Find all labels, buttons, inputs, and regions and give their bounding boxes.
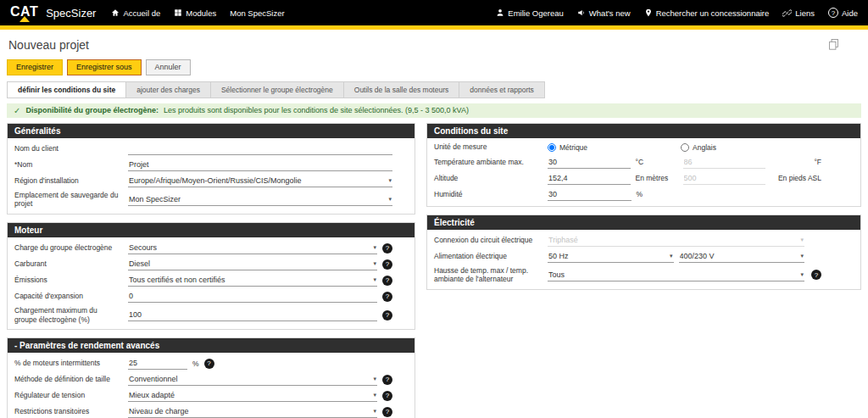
cancel-button[interactable]: Annuler	[146, 59, 191, 75]
section-electricity: Électricité Connexion du circuit électri…	[426, 215, 861, 290]
altitude-feet-unit: En pieds ASL	[771, 174, 821, 182]
section-advanced-performance-header[interactable]: - Paramètres de rendement avancés	[8, 338, 415, 353]
max-loading-input[interactable]	[128, 309, 377, 321]
frequency-select[interactable]: 50 Hz ▾	[548, 250, 674, 263]
field-save-location: Emplacement de sauvegarde du projet Mon …	[8, 189, 415, 210]
radio-metric[interactable]: Métrique	[548, 143, 587, 152]
nav-modules[interactable]: Modules	[174, 8, 216, 18]
help-icon[interactable]: ?	[382, 259, 392, 270]
whats-new-link[interactable]: What's new	[577, 8, 631, 18]
tab-engine-room-tools[interactable]: Outils de la salle des moteurs	[344, 81, 460, 98]
field-intermittent-motors: % de moteurs intermittents % ?	[8, 355, 415, 371]
help-icon[interactable]: ?	[382, 391, 392, 401]
voltage-select[interactable]: 400/230 V ▾	[679, 250, 805, 263]
user-name-label: Emilie Ogereau	[508, 8, 563, 18]
circuit-connection-value: Triphasé	[548, 236, 578, 244]
tab-select-genset[interactable]: Sélectionner le groupe électrogène	[211, 81, 344, 98]
links-menu[interactable]: Liens	[782, 8, 815, 18]
voltage-regulator-select[interactable]: Mieux adapté ▾	[128, 389, 377, 402]
section-advanced-performance: - Paramètres de rendement avancés % de m…	[7, 337, 415, 418]
emissions-select[interactable]: Tous certifiés et non certifiés ▾	[128, 274, 377, 287]
temp-rise-select[interactable]: Tous ▾	[548, 269, 804, 281]
altitude-label: Altitude	[434, 174, 548, 183]
sizing-method-select[interactable]: Conventionnel ▾	[128, 373, 377, 386]
radio-metric-label: Métrique	[559, 143, 587, 152]
help-icon[interactable]: ?	[382, 407, 392, 417]
chevron-down-icon: ▾	[373, 408, 376, 415]
temp-fahrenheit-input	[683, 156, 766, 169]
emissions-label: Émissions	[14, 276, 128, 285]
client-name-input[interactable]	[128, 142, 392, 155]
save-as-button[interactable]: Enregistrer sous	[67, 59, 142, 75]
help-menu[interactable]: ? Aide	[828, 8, 858, 18]
top-navigation-bar: CAT SpecSizer Accueil de Modules Mon Spe…	[0, 0, 868, 25]
utility-nav: Emilie Ogereau What's new Rechercher un …	[496, 8, 858, 18]
expansion-capacity-input[interactable]	[128, 290, 377, 303]
copy-icon[interactable]	[828, 38, 839, 54]
help-icon[interactable]: ?	[382, 243, 392, 254]
action-buttons: Enregistrer Enregistrer sous Annuler	[7, 59, 861, 75]
section-moteur: Moteur Charge du groupe électrogène Seco…	[7, 222, 415, 330]
transient-restrictions-label: Restrictions transitoires	[14, 407, 128, 416]
field-humidity: Humidité %	[427, 187, 860, 203]
humidity-unit: %	[637, 190, 679, 198]
field-measure-unit: Unité de mesure Métrique Anglais	[427, 141, 860, 154]
location-pin-icon	[644, 8, 653, 17]
transient-restrictions-select[interactable]: Niveau de charge ▾	[128, 405, 377, 418]
save-location-label: Emplacement de sauvegarde du projet	[14, 191, 128, 209]
radio-english[interactable]: Anglais	[681, 143, 716, 152]
cat-logo[interactable]: CAT	[10, 5, 38, 20]
user-menu[interactable]: Emilie Ogereau	[496, 8, 563, 18]
help-icon[interactable]: ?	[382, 276, 392, 286]
altitude-meters-input[interactable]	[548, 172, 631, 185]
tab-data-reports[interactable]: données et rapports	[459, 81, 545, 98]
intermittent-motors-unit: %	[192, 359, 199, 368]
frequency-value: 50 Hz	[548, 252, 569, 260]
help-icon[interactable]: ?	[382, 310, 392, 320]
max-loading-label: Chargement maximum du groupe électrogène…	[14, 306, 128, 324]
help-icon[interactable]: ?	[811, 270, 821, 280]
field-circuit-connection: Connexion du circuit électrique Triphasé…	[427, 232, 860, 248]
install-region-select[interactable]: Europe/Afrique/Moyen-Orient/Russie/CIS/M…	[128, 175, 392, 187]
modules-grid-icon	[174, 8, 182, 17]
section-generalites: Généralités Nom du client *Nom	[7, 123, 415, 215]
fuel-select[interactable]: Diesel ▾	[128, 258, 377, 270]
title-row: Nouveau projet	[7, 36, 861, 54]
find-dealer-link[interactable]: Rechercher un concessionnaire	[644, 8, 770, 18]
tab-site-conditions[interactable]: définir les conditions du site	[7, 81, 126, 98]
availability-banner-text: Les produits sont disponibles pour les c…	[164, 106, 469, 114]
radio-english-input[interactable]	[681, 143, 689, 152]
temp-fahrenheit-unit: °F	[771, 158, 821, 166]
nav-my-specsizer[interactable]: Mon SpecSizer	[230, 8, 284, 18]
chevron-down-icon: ▾	[373, 392, 376, 398]
tab-add-loads[interactable]: ajouter des charges	[126, 81, 211, 98]
chevron-down-icon: ▾	[373, 244, 376, 251]
field-client-name: Nom du client	[8, 141, 415, 157]
temp-rise-value: Tous	[548, 270, 565, 279]
temp-celsius-input[interactable]	[548, 156, 631, 169]
voltage-regulator-value: Mieux adapté	[129, 391, 175, 399]
field-expansion-capacity: Capacité d'expansion ?	[8, 288, 415, 304]
field-project-name: *Nom	[8, 157, 415, 173]
intermittent-motors-input[interactable]	[128, 357, 187, 370]
genset-load-select[interactable]: Secours ▾	[128, 242, 377, 254]
project-name-label: *Nom	[14, 160, 128, 170]
field-voltage-regulator: Régulateur de tension Mieux adapté ▾ ?	[8, 387, 415, 404]
max-ambient-temp-label: Température ambiante max.	[434, 158, 548, 167]
main-content: Nouveau projet Enregistrer Enregistrer s…	[0, 30, 868, 418]
chevron-down-icon: ▾	[800, 271, 804, 278]
form-columns: Généralités Nom du client *Nom	[7, 123, 861, 418]
nav-home[interactable]: Accueil de	[111, 8, 160, 18]
help-icon[interactable]: ?	[382, 375, 392, 385]
humidity-input[interactable]	[548, 188, 632, 201]
project-name-input[interactable]	[128, 159, 392, 171]
help-icon[interactable]: ?	[204, 359, 214, 369]
section-moteur-header: Moteur	[8, 223, 415, 237]
save-location-select[interactable]: Mon SpecSizer ▾	[128, 193, 392, 206]
circuit-connection-select: Triphasé ▾	[548, 234, 804, 247]
save-button[interactable]: Enregistrer	[7, 59, 63, 75]
availability-banner-title: Disponibilité du groupe électrogène:	[25, 106, 159, 114]
help-icon[interactable]: ?	[382, 292, 392, 302]
radio-metric-input[interactable]	[548, 143, 556, 152]
chevron-down-icon: ▾	[388, 177, 392, 184]
